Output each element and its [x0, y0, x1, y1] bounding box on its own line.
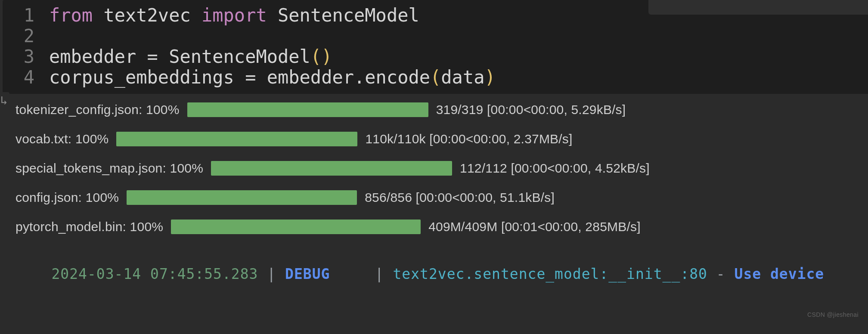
- download-label: pytorch_model.bin: 100%: [16, 220, 163, 234]
- code-text: from text2vec import SentenceModel: [49, 5, 419, 26]
- code-text: embedder = SentenceModel(): [49, 46, 332, 67]
- download-row: config.json: 100%856/856 [00:00<00:00, 5…: [16, 190, 868, 205]
- progress-bar: [127, 190, 357, 205]
- line-number: 4: [10, 67, 49, 88]
- download-stats: 856/856 [00:00<00:00, 51.1kB/s]: [365, 190, 555, 205]
- log-level: DEBUG: [285, 266, 330, 282]
- terminal-output[interactable]: tokenizer_config.json: 100%319/319 [00:0…: [0, 94, 868, 299]
- download-label: vocab.txt: 100%: [16, 132, 108, 146]
- line-number: 2: [10, 26, 49, 46]
- gutter-icon: ↳: [0, 92, 9, 108]
- download-label: config.json: 100%: [16, 190, 119, 205]
- download-stats: 319/319 [00:00<00:00, 5.29kB/s]: [436, 102, 626, 117]
- download-row: vocab.txt: 100%110k/110k [00:00<00:00, 2…: [16, 132, 868, 146]
- download-stats: 110k/110k [00:00<00:00, 2.37MB/s]: [365, 132, 572, 146]
- download-row: special_tokens_map.json: 100%112/112 [00…: [16, 161, 868, 176]
- log-source: text2vec.sentence_model: [393, 266, 600, 282]
- log-line: 2024-03-14 07:45:55.283 | DEBUG | text2v…: [16, 249, 868, 299]
- code-line[interactable]: 4corpus_embeddings = embedder.encode(dat…: [10, 67, 868, 88]
- code-line[interactable]: 3embedder = SentenceModel(): [10, 46, 868, 67]
- download-stats: 112/112 [00:00<00:00, 4.52kB/s]: [460, 161, 650, 176]
- code-editor[interactable]: 1from text2vec import SentenceModel23emb…: [3, 0, 868, 94]
- download-row: pytorch_model.bin: 100%409M/409M [00:01<…: [16, 220, 868, 234]
- progress-bar: [171, 220, 421, 234]
- line-number: 3: [10, 46, 49, 67]
- log-timestamp: 2024-03-14 07:45:55.283: [51, 266, 258, 282]
- editor-toolbar[interactable]: [648, 0, 868, 15]
- download-row: tokenizer_config.json: 100%319/319 [00:0…: [16, 102, 868, 117]
- download-stats: 409M/409M [00:01<00:00, 285MB/s]: [428, 220, 641, 234]
- progress-bar: [187, 102, 428, 117]
- line-number: 1: [10, 5, 49, 26]
- code-text: corpus_embeddings = embedder.encode(data…: [49, 67, 496, 88]
- progress-bar: [211, 161, 452, 176]
- download-label: special_tokens_map.json: 100%: [16, 161, 203, 176]
- log-message: Use device: [735, 266, 825, 282]
- watermark: CSDN @jieshenai: [807, 312, 859, 318]
- code-line[interactable]: 2: [10, 26, 868, 46]
- progress-bar: [116, 132, 357, 146]
- download-label: tokenizer_config.json: 100%: [16, 102, 180, 117]
